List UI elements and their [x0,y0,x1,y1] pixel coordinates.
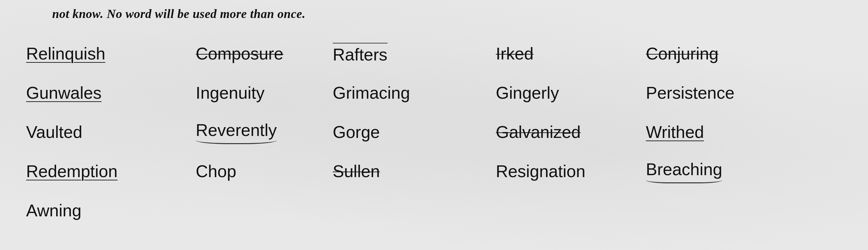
word-item-gingerly: Gingerly [489,73,639,112]
word-item-breaching: Breaching [639,151,776,191]
word-resignation: Resignation [496,162,586,181]
word-persistence: Persistence [646,83,735,103]
word-ingenuity: Ingenuity [196,83,265,103]
word-awning: Awning [26,201,82,220]
word-breaching: Breaching [646,160,722,183]
word-item-composure: Composure [189,34,326,73]
word-rafters: Rafters [333,43,388,64]
word-redemption: Redemption [26,162,118,181]
word-sullen: Sullen [333,162,380,181]
word-item-irked: Irked [489,34,639,73]
word-item-sullen: Sullen [326,151,489,191]
page: not know. No word will be used more than… [0,0,868,250]
word-relinquish: Relinquish [26,44,105,63]
header-text: not know. No word will be used more than… [52,7,305,21]
word-item-writhed: Writhed [639,112,776,151]
word-grid: Relinquish Composure Rafters Irked Conju… [13,34,855,230]
word-irked: Irked [496,44,534,63]
word-item-conjuring: Conjuring [639,34,776,73]
word-gingerly: Gingerly [496,83,559,103]
word-conjuring: Conjuring [646,44,719,63]
header-instruction: not know. No word will be used more than… [13,6,855,21]
word-item-gorge: Gorge [326,112,489,151]
word-chop: Chop [196,162,236,181]
word-vaulted: Vaulted [26,122,83,142]
word-item-relinquish: Relinquish [20,34,189,73]
word-item-resignation: Resignation [489,151,639,191]
word-item-vaulted: Vaulted [20,112,189,151]
word-galvanized: Galvanized [496,122,581,142]
word-item-chop: Chop [189,151,326,191]
word-item-redemption: Redemption [20,151,189,191]
word-reverently: Reverently [196,120,277,144]
word-item-grimacing: Grimacing [326,73,489,112]
word-writhed: Writhed [646,122,704,142]
word-gunwales: Gunwales [26,83,101,103]
word-item-ingenuity: Ingenuity [189,73,326,112]
word-item-awning: Awning [20,191,189,230]
word-item-galvanized: Galvanized [489,112,639,151]
word-composure: Composure [196,44,283,63]
word-item-gunwales: Gunwales [20,73,189,112]
word-gorge: Gorge [333,122,380,142]
word-item-reverently: Reverently [189,112,326,151]
word-grimacing: Grimacing [333,83,410,103]
word-item-persistence: Persistence [639,73,776,112]
word-item-rafters: Rafters [326,34,489,73]
